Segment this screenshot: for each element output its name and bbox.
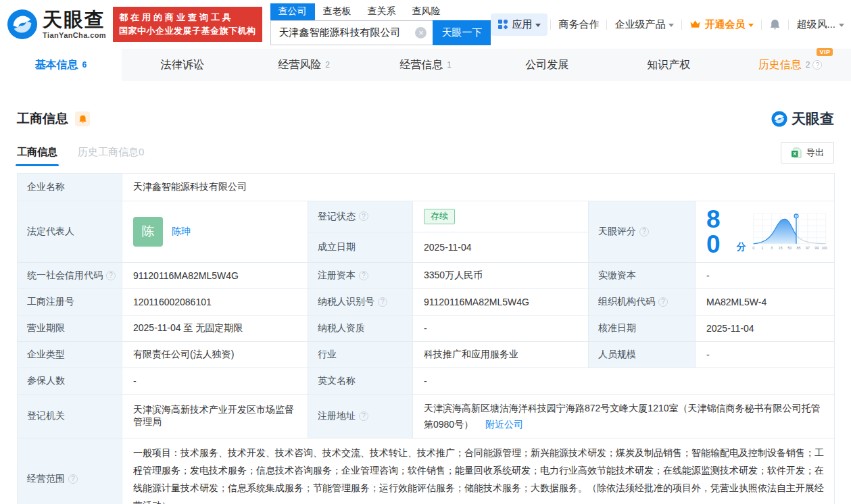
export-button[interactable]: X 导出 [781,142,834,163]
help-icon[interactable]: ? [639,227,649,236]
help-icon[interactable]: ? [812,60,822,70]
bell-icon [769,19,781,30]
nearby-companies-link[interactable]: 附近公司 [485,419,523,430]
reg-address-label: 注册地址? [308,395,413,438]
nav-notifications[interactable] [762,19,788,30]
nav-enterprise[interactable]: 企业级产品 [607,18,681,31]
search-tabs: 查公司 查老板 查关系 查风险 [270,3,491,20]
table-row: 法定代表人 陈 陈珅 登记状态? 存续 天眼评分? 80 分 [18,201,835,232]
reg-number-label: 工商注册号 [18,289,122,316]
bell-icon [78,115,87,124]
search-tab-company[interactable]: 查公司 [270,3,315,20]
paid-capital-value: - [696,263,835,289]
help-icon[interactable]: ? [68,474,78,484]
nav-vip-label: 开通会员 [704,18,745,31]
tab-operation-risk[interactable]: 经营风险2 [243,49,365,81]
approval-date-value: 2025-11-04 [696,316,835,342]
tianyancha-logo-icon [771,111,787,127]
help-icon[interactable]: ? [359,411,368,421]
search-input[interactable] [271,27,433,39]
reg-authority-label: 登记机关 [18,395,122,438]
subtab-business-info[interactable]: 工商信息 [17,146,57,166]
vip-badge: VIP [817,48,833,56]
table-row: 统一社会信用代码? 91120116MA82ML5W4G 注册资本? 3350万… [18,263,835,289]
taxpayer-id-value: 91120116MA82ML5W4G [413,289,589,316]
score-cell: 80 分 [696,201,835,263]
score-label: 天眼评分? [589,201,696,263]
search-button[interactable]: 天眼一下 [433,20,491,45]
nav-super-risk[interactable]: 超级风... [789,18,847,31]
help-icon[interactable]: ? [378,297,387,307]
subscribe-bell-button[interactable] [75,111,90,126]
tab-legal-litigation[interactable]: 法律诉讼 [122,49,243,81]
org-code-value: MA82ML5W-4 [696,289,835,316]
tab-company-development[interactable]: 公司发展 [486,49,608,81]
org-code-label: 组织机构代码? [589,289,696,316]
watermark-text: 天眼查 [792,109,834,128]
nav-vip[interactable]: 开通会员 [682,18,761,31]
svg-text:50: 50 [787,246,792,250]
help-icon[interactable]: ? [359,211,368,221]
business-term-value: 2025-11-04 至 无固定期限 [122,316,308,342]
tianyan-score-chart: 0 1 3 15 50 85 97 99 100 [752,209,827,254]
tab-intellectual-property[interactable]: 知识产权 [608,49,729,81]
establish-date-label: 成立日期 [308,232,413,263]
svg-text:100: 100 [821,246,827,250]
tab-basic-info[interactable]: 基本信息6 [0,49,122,81]
brand-logo[interactable]: 天眼查 TianYanCha.com [7,9,106,40]
legal-rep-cell: 陈 陈珅 [122,201,308,263]
tab-count: 2 [325,60,330,70]
legal-rep-link[interactable]: 陈珅 [172,226,191,238]
search-tab-risk[interactable]: 查风险 [404,3,449,20]
status-badge: 存续 [424,209,455,224]
subtab-history-business-info[interactable]: 历史工商信息0 [78,146,144,166]
svg-text:97: 97 [806,246,810,250]
export-label: 导出 [806,147,824,159]
establish-date-value: 2025-11-04 [413,232,589,263]
reg-number-value: 120116002086101 [122,289,308,316]
help-icon[interactable]: ? [359,271,368,280]
nav-super-risk-label: 超级风... [796,18,835,31]
english-name-value: - [413,368,835,395]
reg-status-label: 登记状态? [308,201,413,232]
nav-apps[interactable]: 应用 [491,14,548,36]
english-name-label: 英文名称 [308,368,413,395]
tab-count: 1 [447,60,452,70]
top-header: 天眼查 TianYanCha.com 都在用的商业查询工具 国家中小企业发展子基… [0,0,851,49]
search-tab-relation[interactable]: 查关系 [360,3,404,20]
nav-business[interactable]: 商务合作 [551,18,606,31]
tab-count: 2 [806,60,810,70]
tab-label: 法律诉讼 [161,58,204,72]
brand-name: 天眼查 [43,10,106,30]
search-tab-boss[interactable]: 查老板 [315,3,360,20]
insured-count-label: 参保人数 [18,368,122,395]
chevron-down-icon [839,24,844,27]
reg-authority-value: 天津滨海高新技术产业开发区市场监督管理局 [122,395,308,438]
avatar[interactable]: 陈 [133,217,163,247]
table-row: 营业期限 2025-11-04 至 无固定期限 纳税人资质 - 核准日期 202… [18,316,835,342]
tab-operation-info[interactable]: 经营信息1 [365,49,487,81]
help-icon[interactable]: ? [106,271,116,280]
staff-size-value: - [696,342,835,368]
tab-history-info[interactable]: 历史信息 2 ? VIP [729,49,851,81]
svg-text:3: 3 [771,246,773,250]
help-icon[interactable]: ? [658,297,668,307]
table-row: 登记机关 天津滨海高新技术产业开发区市场监督管理局 注册地址? 天津滨海高新区塘… [18,395,835,438]
promo-line-2: 国家中小企业发展子基金旗下机构 [119,24,256,38]
legal-rep-label: 法定代表人 [18,201,122,263]
business-term-label: 营业期限 [18,316,122,342]
brand-domain: TianYanCha.com [43,32,106,39]
taxpayer-id-label: 纳税人识别号? [308,289,413,316]
company-tab-bar: 基本信息6 法律诉讼 经营风险2 经营信息1 公司发展 知识产权 历史信息 2 … [0,49,851,81]
reg-address-value: 天津滨海高新区塘沽海洋科技园宁海路872号文峰大厦1210室（天津锦信商务秘书有… [424,403,821,430]
watermark-logo: 天眼查 [771,109,834,128]
score-value: 80 [706,207,731,257]
industry-value: 科技推广和应用服务业 [413,342,589,368]
industry-label: 行业 [308,342,413,368]
business-scope-label: 经营范围? [18,438,122,504]
table-row: 经营范围? 一般项目：技术服务、技术开发、技术咨询、技术交流、技术转让、技术推广… [18,438,835,504]
company-name-label: 企业名称 [18,174,122,201]
crown-icon [689,20,701,29]
nav-apps-label: 应用 [512,18,532,31]
chevron-down-icon [668,24,674,27]
